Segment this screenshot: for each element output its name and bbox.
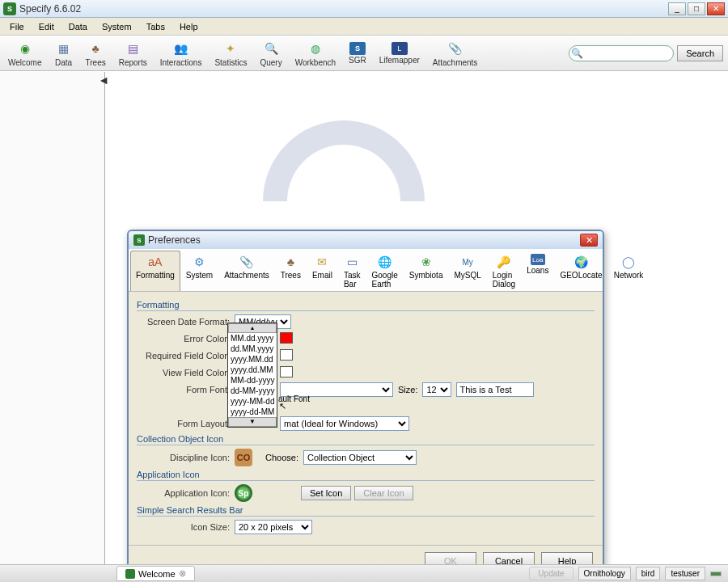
tab-formatting[interactable]: aAFormatting [130, 251, 180, 291]
tab-network-label: Network [614, 271, 644, 280]
app-icon: S [3, 2, 16, 15]
view-field-color-label: View Field Color: [137, 368, 230, 377]
tool-workbench[interactable]: ◍Workbench [292, 38, 339, 69]
search-button[interactable]: Search [677, 45, 723, 61]
formatting-panel: Formatting Screen Date Format: MM/dd/yyy… [129, 292, 603, 545]
error-color-label: Error Color: [137, 334, 230, 344]
tool-reports[interactable]: ▤Reports [116, 38, 150, 69]
left-dock: ◄ [0, 72, 105, 572]
section-formatting: Formatting [137, 300, 595, 311]
dock-collapse-icon[interactable]: ◄ [98, 74, 109, 86]
menu-edit[interactable]: Edit [32, 20, 61, 33]
tab-formatting-label: Formatting [136, 271, 175, 280]
tool-trees-label: Trees [86, 58, 106, 67]
tab-email-label: Email [312, 271, 332, 280]
tool-welcome-label: Welcome [8, 58, 42, 67]
menu-bar: File Edit Data System Tabs Help [0, 18, 728, 36]
dialog-app-icon: S [133, 234, 145, 246]
main-toolbar: ◉Welcome ▦Data ♣Trees ▤Reports 👥Interact… [0, 36, 728, 71]
tool-workbench-label: Workbench [295, 58, 336, 67]
form-layout-select[interactable]: mat (Ideal for Windows) [280, 416, 409, 431]
menu-tabs[interactable]: Tabs [140, 20, 171, 33]
statusbar-tab-close-icon[interactable]: ⊗ [179, 568, 186, 579]
menu-system[interactable]: System [95, 20, 138, 33]
update-button[interactable]: Update [529, 567, 573, 580]
tool-interactions-label: Interactions [160, 58, 202, 67]
tool-attachments-label: Attachments [433, 58, 478, 67]
tab-taskbar[interactable]: ▭Task Bar [338, 251, 366, 291]
statusbar-tab-icon [125, 569, 135, 579]
dialog-titlebar[interactable]: S Preferences ✕ [129, 231, 603, 249]
tool-welcome[interactable]: ◉Welcome [5, 38, 45, 69]
dialog-close-button[interactable]: ✕ [580, 234, 598, 247]
cursor-icon: ↖ [279, 401, 286, 411]
required-field-color-swatch[interactable] [280, 349, 293, 361]
dropdown-scroll-down[interactable]: ▼ [228, 417, 277, 427]
form-font-label: Form Font: [137, 385, 230, 394]
form-layout-label: Form Layout: [137, 419, 230, 428]
tool-query[interactable]: 🔍Query [256, 38, 285, 69]
menu-data[interactable]: Data [62, 20, 94, 33]
tab-googleearth-label: Google Earth [372, 271, 398, 289]
view-field-color-swatch[interactable] [280, 366, 293, 377]
tool-lifemapper[interactable]: LLifemapper [376, 40, 423, 66]
tool-attachments[interactable]: 📎Attachments [430, 38, 481, 69]
tab-logindialog[interactable]: 🔑Login Dialog [487, 251, 521, 291]
date-option[interactable]: yyyy-MM-dd [228, 396, 277, 407]
date-option[interactable]: yyyy.MM.dd [228, 354, 277, 365]
tab-network[interactable]: ◯Network [608, 251, 650, 291]
font-size-select[interactable]: 12 [422, 382, 451, 397]
date-option[interactable]: yyyy-dd-MM [228, 407, 277, 417]
tool-sgr[interactable]: SSGR [345, 40, 370, 66]
discipline-icon: CO [235, 449, 252, 466]
set-icon-button[interactable]: Set Icon [301, 486, 351, 500]
tool-statistics-label: Statistics [214, 58, 247, 67]
tab-email[interactable]: ✉Email [307, 251, 338, 291]
statusbar-welcome-tab[interactable]: Welcome⊗ [116, 566, 195, 581]
maximize-button[interactable]: □ [688, 2, 705, 15]
menu-help[interactable]: Help [173, 20, 205, 33]
tool-query-label: Query [260, 58, 281, 67]
date-option[interactable]: MM-dd-yyyy [228, 375, 277, 386]
preferences-dialog: S Preferences ✕ aAFormatting ⚙System 📎At… [127, 230, 604, 578]
icon-size-select[interactable]: 20 x 20 pixels [235, 520, 312, 534]
tool-data-label: Data [55, 58, 72, 67]
choose-label: Choose: [265, 453, 298, 462]
date-option[interactable]: dd.MM.yyyy [228, 344, 277, 354]
tab-system[interactable]: ⚙System [180, 251, 218, 291]
tool-trees[interactable]: ♣Trees [83, 38, 109, 69]
application-icon-label: Application Icon: [137, 488, 230, 498]
tab-loans[interactable]: LoaLoans [521, 251, 554, 291]
section-collection-object-icon: Collection Object Icon [137, 434, 595, 445]
statusbar-status-icon [710, 571, 722, 576]
screen-date-format-label: Screen Date Format: [137, 317, 230, 327]
choose-select[interactable]: Collection Object [303, 450, 417, 465]
error-color-swatch[interactable] [280, 332, 293, 344]
date-format-dropdown[interactable]: ▴ MM.dd.yyyy dd.MM.yyyy yyyy.MM.dd yyyy.… [227, 323, 277, 428]
tool-interactions[interactable]: 👥Interactions [157, 38, 205, 69]
search-input[interactable] [569, 45, 674, 61]
tool-statistics[interactable]: ✦Statistics [211, 38, 250, 69]
date-option[interactable]: MM.dd.yyyy [228, 333, 277, 344]
content-area: ◄ S Preferences ✕ aAFormatting ⚙System 📎… [0, 71, 728, 572]
dropdown-scroll-up[interactable]: ▴ [228, 323, 277, 333]
tab-attachments-label: Attachments [224, 271, 269, 280]
tab-attachments[interactable]: 📎Attachments [218, 251, 275, 291]
tab-trees[interactable]: ♣Trees [275, 251, 307, 291]
dialog-title: Preferences [148, 234, 580, 246]
tab-symbiota[interactable]: ❀Symbiota [404, 251, 449, 291]
tool-data[interactable]: ▦Data [52, 38, 76, 69]
tool-lifemapper-label: Lifemapper [379, 56, 420, 65]
date-option[interactable]: dd-MM-yyyy [228, 386, 277, 396]
clear-icon-button: Clear Icon [354, 486, 413, 500]
font-sample-input[interactable] [456, 382, 534, 397]
tab-symbiota-label: Symbiota [409, 271, 443, 280]
tab-googleearth[interactable]: 🌐Google Earth [366, 251, 404, 291]
close-button[interactable]: ✕ [707, 2, 725, 15]
tab-mysql[interactable]: MyMySQL [448, 251, 486, 291]
tab-geolocate[interactable]: 🌍GEOLocate [554, 251, 607, 291]
date-option[interactable]: yyyy.dd.MM [228, 365, 277, 375]
minimize-button[interactable]: _ [668, 2, 686, 15]
menu-file[interactable]: File [3, 20, 31, 33]
section-simple-search: Simple Search Results Bar [137, 505, 595, 517]
